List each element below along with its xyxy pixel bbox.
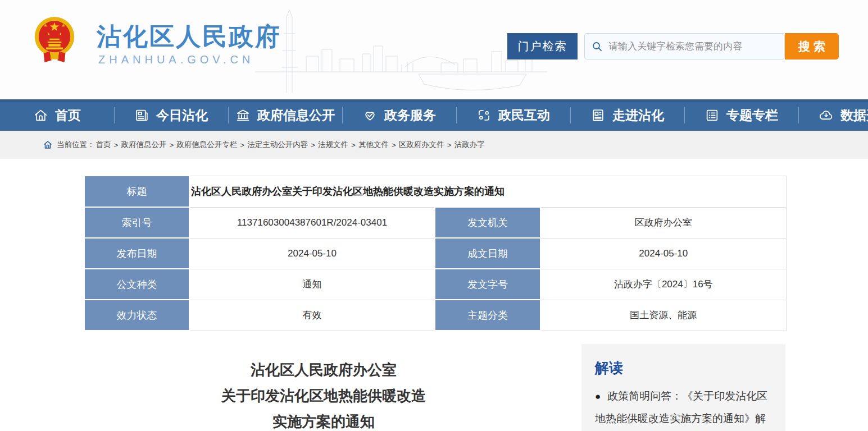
meta-label-doc-type: 公文种类	[84, 269, 189, 300]
article-title-line: 实施方案的通知	[84, 409, 563, 431]
table-row: 发布日期 2024-05-10 成文日期 2024-05-10	[84, 238, 786, 269]
interpretation-heading: 解读	[595, 359, 772, 377]
meta-value-validity: 有效	[189, 300, 435, 331]
breadcrumb-item[interactable]: 沾政办字	[455, 140, 485, 150]
table-row: 索引号 11371603004387601R/2024-03401 发文机关 区…	[84, 207, 786, 238]
interpretation-panel: 解读 ●政策简明问答：《关于印发沾化区地热能供暖改造实施方案的通知》解读	[581, 344, 785, 431]
meta-value-publish-date: 2024-05-10	[189, 238, 435, 269]
meta-label-theme-category: 主题分类	[435, 300, 540, 331]
meta-label-doc-number: 发文字号	[435, 269, 540, 300]
cloud-download-icon	[819, 108, 834, 123]
site-title: 沾化区人民政府	[97, 20, 281, 53]
breadcrumb-home-icon	[43, 140, 52, 149]
page: ★ ★ ★ ★ ★ 沾化区人民政府 ZHANHUA.GOV.CN 门户检索 搜 …	[0, 0, 868, 431]
meta-label-title: 标题	[84, 176, 189, 207]
svg-text:★: ★	[49, 20, 60, 33]
meta-label-publish-date: 发布日期	[84, 238, 189, 269]
meta-value-title: 沾化区人民政府办公室关于印发沾化区地热能供暖改造实施方案的通知	[189, 176, 786, 207]
site-domain: ZHANHUA.GOV.CN	[98, 53, 254, 66]
nav-item-open-data[interactable]: 数据开放	[798, 99, 868, 131]
breadcrumb-prefix: 当前位置：	[57, 140, 95, 150]
meta-value-doc-type: 通知	[189, 269, 435, 300]
search-box	[584, 33, 785, 59]
interpretation-link[interactable]: ●政策简明问答：《关于印发沾化区地热能供暖改造实施方案的通知》解读	[595, 385, 772, 431]
svg-text:★: ★	[47, 32, 50, 36]
table-row: 效力状态 有效 主题分类 国土资源、能源	[84, 300, 786, 331]
breadcrumb-item[interactable]: 区政府办文件	[399, 140, 444, 150]
svg-text:★: ★	[58, 32, 62, 36]
document-meta-table: 标题 沾化区人民政府办公室关于印发沾化区地热能供暖改造实施方案的通知 索引号 1…	[84, 175, 787, 331]
national-emblem-logo[interactable]: ★ ★ ★ ★ ★	[30, 12, 79, 71]
bullet-icon: ●	[595, 391, 601, 402]
document-icon	[590, 108, 606, 123]
nav-item-today[interactable]: 今日沾化	[114, 99, 228, 131]
main-nav: 首页 今日沾化 政府信息公开 政务服务	[0, 99, 868, 131]
interaction-icon	[476, 108, 492, 123]
list-icon	[705, 108, 720, 123]
table-row: 标题 沾化区人民政府办公室关于印发沾化区地热能供暖改造实施方案的通知	[84, 176, 786, 207]
meta-value-written-date: 2024-05-10	[540, 238, 786, 269]
service-handshake-icon	[362, 108, 378, 123]
nav-item-gov-info[interactable]: 政府信息公开	[228, 99, 342, 131]
meta-value-doc-number: 沾政办字〔2024〕16号	[540, 269, 786, 300]
city-sketch-art	[256, 0, 548, 99]
meta-label-written-date: 成文日期	[435, 238, 540, 269]
meta-value-issuing-org: 区政府办公室	[540, 207, 786, 238]
table-row: 公文种类 通知 发文字号 沾政办字〔2024〕16号	[84, 269, 786, 300]
breadcrumb-item[interactable]: 政府信息公开专栏	[176, 140, 237, 150]
meta-label-index-no: 索引号	[84, 207, 189, 238]
svg-text:★: ★	[44, 23, 48, 28]
article-title-line: 沾化区人民政府办公室	[84, 357, 563, 383]
site-header: ★ ★ ★ ★ ★ 沾化区人民政府 ZHANHUA.GOV.CN 门户检索 搜 …	[0, 0, 868, 99]
nav-item-home[interactable]: 首页	[0, 99, 114, 131]
nav-item-topics[interactable]: 专题专栏	[684, 99, 798, 131]
news-icon	[134, 108, 149, 123]
search-button[interactable]: 搜 索	[785, 33, 839, 59]
meta-value-index-no: 11371603004387601R/2024-03401	[189, 207, 435, 238]
breadcrumb: 当前位置： 首页> 政府信息公开> 政府信息公开专栏> 法定主动公开内容> 法规…	[0, 131, 868, 159]
search-icon	[592, 41, 603, 52]
nav-item-services[interactable]: 政务服务	[342, 99, 456, 131]
portal-search-button[interactable]: 门户检索	[507, 33, 578, 59]
search-input[interactable]	[608, 41, 778, 52]
breadcrumb-item[interactable]: 其他文件	[358, 140, 389, 150]
breadcrumb-item[interactable]: 法规文件	[318, 140, 348, 150]
svg-text:★: ★	[61, 23, 65, 28]
meta-value-theme-category: 国土资源、能源	[540, 300, 786, 331]
gov-building-icon	[235, 108, 251, 123]
nav-item-interaction[interactable]: 政民互动	[456, 99, 570, 131]
home-icon	[33, 108, 48, 123]
nav-item-about[interactable]: 走进沾化	[570, 99, 684, 131]
meta-label-validity: 效力状态	[84, 300, 189, 331]
article-title: 沾化区人民政府办公室 关于印发沾化区地热能供暖改造 实施方案的通知	[84, 357, 563, 431]
article-title-line: 关于印发沾化区地热能供暖改造	[84, 383, 563, 409]
breadcrumb-item[interactable]: 法定主动公开内容	[247, 140, 308, 150]
breadcrumb-item[interactable]: 首页	[96, 140, 111, 150]
meta-label-issuing-org: 发文机关	[435, 207, 540, 238]
breadcrumb-item[interactable]: 政府信息公开	[121, 140, 166, 150]
